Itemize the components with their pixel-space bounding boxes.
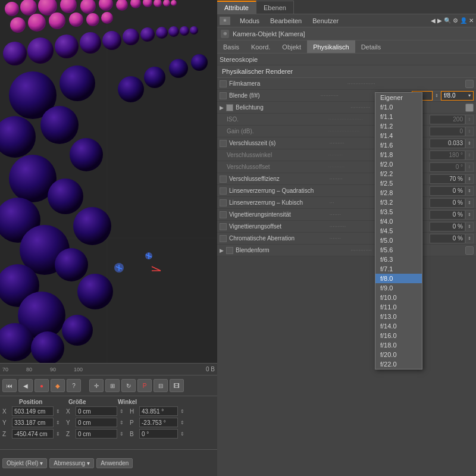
linsen-quad-spinner[interactable]: ⇕ xyxy=(465,186,474,196)
blendenform-toggle-arrow[interactable]: ▶ xyxy=(220,248,224,253)
blende-dropdown-popup[interactable]: Eigener f/1.0 f/1.1 f/1.2 f/1.4 f/1.6 f/… xyxy=(375,92,422,369)
tab-ebenen[interactable]: Ebenen xyxy=(256,1,294,14)
dropdown-item-f20[interactable]: f/2.0 xyxy=(375,159,422,169)
x-size-value[interactable]: 0 cm xyxy=(76,406,117,416)
menu-benutzer[interactable]: Benutzer xyxy=(308,16,343,26)
verschlusseffizienz-value[interactable]: 70 % xyxy=(430,174,465,184)
y-pos-value[interactable]: 333.187 cm xyxy=(12,418,54,427)
gain-value[interactable]: 0 xyxy=(430,127,465,136)
iso-value[interactable]: 200 xyxy=(430,115,465,124)
vignett-int-checkbox[interactable] xyxy=(220,211,227,218)
dropdown-item-f220[interactable]: f/22.0 xyxy=(375,359,422,369)
dropdown-item-f200[interactable]: f/20.0 xyxy=(375,350,422,359)
verschlusszeit-spinner[interactable]: ⇕ xyxy=(465,139,474,148)
blende-spinner[interactable]: ⇕ xyxy=(433,91,441,101)
chrom-spinner[interactable]: ⇕ xyxy=(465,234,474,243)
transport-film[interactable]: 🎞 xyxy=(170,379,184,392)
p-angle-value[interactable]: -23.753 ° xyxy=(139,418,178,427)
verschlusswinkel-value[interactable]: 180 ° xyxy=(430,151,465,160)
dropdown-item-f110[interactable]: f/11.0 xyxy=(375,302,422,312)
dropdown-item-f56[interactable]: f/5.6 xyxy=(375,245,422,255)
dropdown-item-f63[interactable]: f/6.3 xyxy=(375,255,422,264)
chrom-checkbox[interactable] xyxy=(220,235,227,242)
dropdown-item-f35[interactable]: f/3.5 xyxy=(375,207,422,217)
viewport-3d[interactable] xyxy=(0,0,217,363)
menu-bar[interactable]: ≡ Modus Bearbeiten Benutzer ◀ ▶ 🔍 ⚙ 👤 ✕ xyxy=(217,14,476,27)
dropdown-item-f80[interactable]: f/8.0 xyxy=(375,274,422,283)
transport-grid[interactable]: ⊟ xyxy=(154,379,168,392)
b-spinner[interactable]: ⇕ xyxy=(180,431,184,437)
verschlusswinkel-spinner[interactable]: ⇕ xyxy=(465,151,474,160)
linsen-quad-checkbox[interactable] xyxy=(220,187,227,195)
belichtung-checkbox[interactable] xyxy=(226,104,233,111)
dropdown-item-f45[interactable]: f/4.5 xyxy=(375,226,422,236)
z-pos-spinner[interactable]: ⇕ xyxy=(56,431,60,437)
transport-rotate[interactable]: ↻ xyxy=(121,379,136,392)
dropdown-item-f140[interactable]: f/14.0 xyxy=(375,321,422,331)
chrom-value[interactable]: 0 % xyxy=(430,234,465,243)
user-icon[interactable]: 👤 xyxy=(460,17,467,24)
z-pos-value[interactable]: -450.474 cm xyxy=(12,429,54,439)
vignett-off-value[interactable]: 0 % xyxy=(430,222,465,231)
verschlusseffizienz-spinner[interactable]: ⇕ xyxy=(465,174,474,184)
stereo-row[interactable]: Stereoskopie xyxy=(217,54,476,65)
vignett-off-spinner[interactable]: ⇕ xyxy=(465,222,474,231)
vignett-int-spinner[interactable]: ⇕ xyxy=(465,210,474,220)
linsen-quad-value[interactable]: 0 % xyxy=(430,186,465,196)
dropdown-item-f18[interactable]: f/1.8 xyxy=(375,150,422,159)
sub-tab-bar[interactable]: Basis Koord. Objekt Physikalisch Details xyxy=(217,40,476,54)
p-spinner[interactable]: ⇕ xyxy=(180,420,184,425)
dropdown-item-f22[interactable]: f/2.2 xyxy=(375,169,422,178)
dropdown-item-f32[interactable]: f/3.2 xyxy=(375,198,422,207)
h-angle-value[interactable]: 43.851 ° xyxy=(139,406,178,416)
y-size-value[interactable]: 0 cm xyxy=(76,418,117,427)
sub-tab-basis[interactable]: Basis xyxy=(217,40,245,53)
verschlusszeit-checkbox[interactable] xyxy=(220,140,227,147)
dropdown-item-f130[interactable]: f/13.0 xyxy=(375,312,422,321)
abmessung-dropdown[interactable]: Abmessung ▾ xyxy=(49,458,94,468)
transport-physics[interactable]: P xyxy=(137,379,152,392)
belichtung-toggle[interactable] xyxy=(465,104,474,112)
blende-checkbox[interactable] xyxy=(220,92,227,99)
sub-tab-koord[interactable]: Koord. xyxy=(245,40,276,53)
verschlussoffset-spinner[interactable]: ⇕ xyxy=(465,162,474,172)
belichtung-toggle-arrow[interactable]: ▶ xyxy=(220,105,224,111)
vignett-off-checkbox[interactable] xyxy=(220,223,227,230)
sub-tab-physikalisch[interactable]: Physikalisch xyxy=(307,40,355,53)
dropdown-item-f14[interactable]: f/1.4 xyxy=(375,131,422,140)
transport-keyframe[interactable]: ◆ xyxy=(51,379,65,392)
verschlusszeit-value[interactable]: 0.033 xyxy=(430,139,465,148)
dropdown-item-f10[interactable]: f/1.0 xyxy=(375,102,422,112)
blende-display-value[interactable]: f/8.0 ▾ xyxy=(441,91,474,101)
blendenform-checkbox[interactable] xyxy=(226,247,233,254)
transport-controls[interactable]: ⏮ ◀ ● ◆ ? ✛ ⊞ ↻ P ⊟ 🎞 xyxy=(0,375,217,396)
search-icon[interactable]: 🔍 xyxy=(444,17,451,24)
menu-bearbeiten[interactable]: Bearbeiten xyxy=(265,16,306,26)
dropdown-item-eigener[interactable]: Eigener xyxy=(375,93,422,102)
z-size-spinner[interactable]: ⇕ xyxy=(120,431,124,437)
b-angle-value[interactable]: 0 ° xyxy=(139,429,178,439)
dropdown-item-f160[interactable]: f/16.0 xyxy=(375,331,422,340)
filmkamera-checkbox[interactable] xyxy=(220,80,227,87)
dropdown-item-f71[interactable]: f/7.1 xyxy=(375,264,422,274)
sub-tab-details[interactable]: Details xyxy=(355,40,387,53)
h-spinner[interactable]: ⇕ xyxy=(180,409,184,414)
vignett-int-value[interactable]: 0 % xyxy=(430,210,465,220)
dropdown-item-f50[interactable]: f/5.0 xyxy=(375,236,422,245)
anwenden-button[interactable]: Anwenden xyxy=(96,458,133,468)
x-pos-spinner[interactable]: ⇕ xyxy=(56,409,60,414)
y-size-spinner[interactable]: ⇕ xyxy=(120,420,124,425)
blendenform-toggle[interactable] xyxy=(465,246,474,255)
dropdown-item-f40[interactable]: f/4.0 xyxy=(375,217,422,226)
menu-modus[interactable]: Modus xyxy=(235,16,264,26)
transport-scale[interactable]: ⊞ xyxy=(105,379,120,392)
iso-spinner[interactable]: ⇕ xyxy=(465,115,474,124)
tab-attribute[interactable]: Attribute xyxy=(217,1,256,14)
dropdown-item-f28[interactable]: f/2.8 xyxy=(375,188,422,198)
gain-spinner[interactable]: ⇕ xyxy=(465,127,474,136)
y-pos-spinner[interactable]: ⇕ xyxy=(56,420,60,425)
verschlusseffizienz-checkbox[interactable] xyxy=(220,176,227,183)
dropdown-item-f180[interactable]: f/18.0 xyxy=(375,340,422,350)
transport-help[interactable]: ? xyxy=(67,379,81,392)
main-tab-bar[interactable]: Attribute Ebenen xyxy=(217,0,476,14)
